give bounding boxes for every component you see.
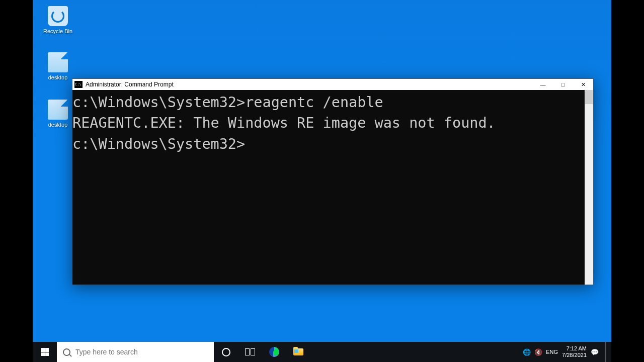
terminal-line: c:\Windows\System32>reagentc /enable bbox=[72, 92, 584, 113]
minimize-button[interactable]: — bbox=[533, 79, 553, 90]
desktop-icon-desktop-shortcut-1[interactable]: desktop bbox=[38, 52, 78, 80]
taskbar-app-explorer[interactable] bbox=[286, 342, 310, 362]
network-icon[interactable]: 🌐 bbox=[523, 348, 530, 356]
terminal-line: c:\Windows\System32> bbox=[72, 134, 584, 154]
action-center-icon[interactable]: 💬 bbox=[591, 348, 598, 356]
edge-icon bbox=[269, 347, 279, 357]
taskbar-spacer bbox=[310, 342, 520, 362]
titlebar[interactable]: Administrator: Command Prompt — □ ✕ bbox=[72, 79, 593, 90]
window-title: Administrator: Command Prompt bbox=[86, 81, 533, 88]
cortana-icon bbox=[222, 348, 230, 356]
clock[interactable]: 7:12 AM 7/28/2021 bbox=[562, 345, 587, 358]
taskbar: 🌐 🔇 ENG 7:12 AM 7/28/2021 💬 bbox=[33, 342, 611, 362]
scrollbar-thumb[interactable] bbox=[585, 90, 593, 104]
close-button[interactable]: ✕ bbox=[573, 79, 593, 90]
date-text: 7/28/2021 bbox=[562, 352, 587, 358]
task-view-icon bbox=[245, 348, 255, 355]
task-view-button[interactable] bbox=[238, 342, 262, 362]
cortana-button[interactable] bbox=[214, 342, 238, 362]
terminal-output[interactable]: c:\Windows\System32>reagentc /enableREAG… bbox=[72, 90, 585, 285]
file-icon bbox=[48, 52, 68, 72]
windows-logo-icon bbox=[41, 348, 49, 356]
time-text: 7:12 AM bbox=[562, 345, 587, 352]
system-tray[interactable]: 🌐 🔇 ENG 7:12 AM 7/28/2021 💬 bbox=[520, 342, 611, 362]
desktop-icon-label: Recycle Bin bbox=[38, 28, 78, 34]
maximize-button[interactable]: □ bbox=[553, 79, 573, 90]
desktop-area[interactable]: Recycle Bin desktop desktop Administrato… bbox=[33, 0, 611, 362]
cmd-app-icon bbox=[74, 81, 83, 88]
desktop-icon-recycle-bin[interactable]: Recycle Bin bbox=[38, 6, 78, 34]
taskbar-search[interactable] bbox=[57, 342, 214, 362]
terminal-scrollbar[interactable] bbox=[585, 90, 593, 285]
show-desktop-button[interactable] bbox=[605, 342, 608, 362]
recycle-bin-icon bbox=[48, 6, 68, 26]
file-explorer-icon bbox=[293, 348, 303, 355]
command-prompt-window[interactable]: Administrator: Command Prompt — □ ✕ c:\W… bbox=[72, 78, 594, 285]
screen: Recycle Bin desktop desktop Administrato… bbox=[0, 0, 644, 362]
search-icon bbox=[63, 348, 70, 356]
search-input[interactable] bbox=[75, 348, 208, 356]
cmd-body: c:\Windows\System32>reagentc /enableREAG… bbox=[72, 90, 593, 285]
volume-icon[interactable]: 🔇 bbox=[534, 348, 542, 356]
taskbar-app-edge[interactable] bbox=[262, 342, 286, 362]
input-language[interactable]: ENG bbox=[546, 349, 558, 355]
start-button[interactable] bbox=[33, 342, 57, 362]
terminal-line: REAGENTC.EXE: The Windows RE image was n… bbox=[72, 113, 584, 133]
file-icon bbox=[48, 100, 68, 120]
